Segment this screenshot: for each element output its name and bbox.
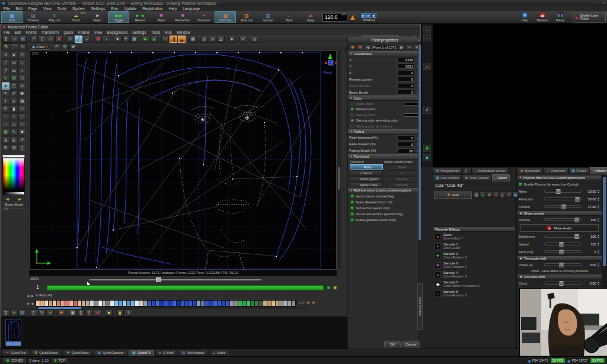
point-color-segment[interactable] [222,301,226,306]
help-button[interactable]: ? Help [516,11,533,23]
point-color-segment[interactable] [279,301,283,306]
slider-track[interactable] [544,205,582,208]
tool-button[interactable]: ■ [150,36,158,43]
tool-button[interactable]: X [200,36,208,43]
slider-value[interactable]: 0 [583,250,596,254]
point-color-segment[interactable] [69,301,74,306]
next-frame-button[interactable]: ▶ [31,293,34,298]
ok-button[interactable]: OK [384,341,401,347]
panel-tab[interactable]: ⊙ Time Control [462,174,491,181]
tcp-button[interactable]: ▮ TCP [51,357,69,364]
bpm-display[interactable]: 120.0 BPM [322,13,347,22]
tool-button[interactable]: ▯ [39,36,46,43]
drawing-tool-button[interactable]: ◬ [18,121,26,128]
step-forward-button[interactable]: ◆ [31,301,34,305]
drawing-tool-button[interactable]: ↗ [2,52,9,59]
drawing-tool-button[interactable]: ▮ [10,106,18,113]
slider-thumb[interactable] [575,197,579,202]
mute-audio-button[interactable]: ● Mute Audio [520,224,599,232]
frame-tool-button[interactable]: ✚ [57,309,65,317]
draw-tool-button[interactable]: ✎ [2,43,10,50]
menu-item[interactable]: Language [183,7,200,11]
step-back-button[interactable]: ◆ [27,301,30,305]
spinner-control[interactable]: ▲▼ [596,263,600,267]
effect-list-item[interactable]: ▪ Sample 1 Zoom+Color [433,241,516,251]
point-color-segment[interactable] [131,301,135,306]
drawing-tool-button[interactable]: ○ [18,59,26,66]
property-value-input[interactable]: 0 [397,76,415,82]
panel-tab[interactable]: ▤ PangoScript [433,167,462,174]
slider-track[interactable] [544,235,582,238]
point-kind-button[interactable]: ⌒ Spline Cube [350,182,383,187]
slider-thumb[interactable] [557,189,561,194]
quick-tool-tab[interactable]: ▤ QuickCapture [94,350,127,356]
point-color-segment[interactable] [139,301,143,306]
drawing-tool-button[interactable]: ✜ [2,144,9,151]
drawing-tool-button[interactable]: ○ [2,121,9,128]
color-picker-grid[interactable] [2,158,25,192]
slider-track[interactable] [544,282,582,285]
cue-action-button[interactable]: ▲ [480,191,486,198]
point-color-segment[interactable] [90,301,94,306]
add-effect-button[interactable]: ✚ Add [434,191,472,199]
drawing-tool-button[interactable]: ✎ [2,106,9,113]
drawing-tool-button[interactable]: ◮ [2,136,9,143]
point-color-segment[interactable] [152,301,156,306]
drawing-tool-button[interactable]: ✐ [18,136,26,143]
spline-order-button[interactable]: 2nd side [386,182,417,187]
device-entry[interactable]: ▣ FB4 15473 [528,359,548,363]
section-header-coordinates[interactable]: ▼Coordinates [348,51,421,56]
tool-button[interactable]: ▣ [94,36,102,43]
point-color-segment[interactable] [160,301,164,306]
drawing-tool-button[interactable]: ⊟ [18,75,26,82]
spinner-control[interactable]: ▲▼ [596,281,600,285]
checkbox[interactable] [350,200,354,204]
tool-button[interactable]: ▐ [170,36,177,43]
tool-button[interactable]: ➤ [114,36,122,43]
frame-canvas[interactable]: Front [29,50,337,270]
slider-value[interactable]: 100 [583,235,596,238]
toolbar-button[interactable]: ▥ Multi cue [236,11,257,23]
maximize-icon[interactable]: ▫ [599,1,600,5]
property-value-input[interactable]: 0 [397,83,415,88]
point-color-segment[interactable] [114,301,119,306]
frame-tool-button[interactable]: ▯ [30,309,37,317]
menu-item[interactable]: Tools [57,7,66,11]
tool-button[interactable]: V [251,36,258,43]
physics-filter-header[interactable]: ▼ Physics filter for Live Control parame… [517,175,602,180]
property-value-input[interactable]: 0 [397,90,415,95]
point-color-segment[interactable] [201,301,205,306]
point-color-segment[interactable] [209,301,213,306]
point-color-segment[interactable] [181,301,185,306]
point-color-segment[interactable] [247,301,251,306]
drawing-tool-button[interactable]: ▢ [10,82,18,90]
drawing-tool-button[interactable]: ➤ [10,52,18,59]
frame-tool-button[interactable]: ✖ [94,309,101,317]
quick-tool-tab[interactable]: ✶ QuickText [2,350,30,356]
toolbar-button[interactable]: ▦ Grid [1,11,23,23]
pin-icon[interactable]: ✦ [417,38,420,42]
effect-list-item[interactable]: ❖ Sample 2 Color+Rotation Z [433,251,516,260]
slider-track[interactable] [544,250,582,253]
spline-order-button[interactable]: 1st side [386,176,417,181]
drawing-tool-button[interactable]: ▭ [10,59,18,66]
point-color-segment[interactable] [106,301,110,306]
quick-tool-tab[interactable]: ▥ Workspace [178,350,208,356]
radio-button[interactable] [350,107,354,111]
section-header-color[interactable]: ▼Color [348,95,421,101]
tool-button[interactable]: ▪ [103,36,110,43]
point-color-segment[interactable] [218,301,222,306]
frame-tool-button[interactable]: ▤ [18,309,26,317]
color-swatch[interactable] [404,113,419,117]
tool-button[interactable]: ▱ [47,36,55,43]
menu-item[interactable]: File [4,7,9,11]
cue-action-button[interactable]: ◎ [473,191,480,198]
toolbar-button[interactable]: ▥ Groups [257,11,279,23]
drawing-tool-button[interactable]: ╱ [2,67,9,74]
quick-tool-tab[interactable]: ● Audio [209,350,229,356]
tool-button[interactable]: ▤ [19,36,27,43]
palette-prev-button[interactable]: ◀ [2,196,12,201]
tool-button[interactable]: ▶ [142,36,149,43]
drawing-tool-button[interactable]: ▦ [2,129,9,136]
point-color-segment[interactable] [82,301,86,306]
